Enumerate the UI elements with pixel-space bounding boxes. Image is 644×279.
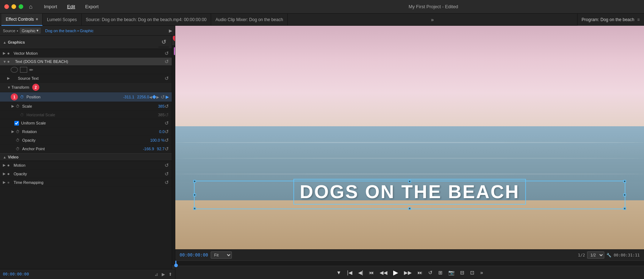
- prog-timecode-left[interactable]: 00:00:00:00: [180, 253, 208, 258]
- motion-arrow[interactable]: ▶: [3, 163, 7, 167]
- scale-reset[interactable]: ↺: [165, 103, 169, 109]
- maximize-button[interactable]: [19, 4, 23, 9]
- multi-cam-btn[interactable]: ⊟: [458, 268, 467, 277]
- text-eye[interactable]: ●: [7, 59, 13, 64]
- tr-arrow[interactable]: ▶: [3, 180, 7, 184]
- tab-source[interactable]: Source: Dog on the beach: Dog on the bea…: [82, 14, 211, 26]
- position-row[interactable]: 1 ⏱ Position -311.1 2256.0 ◀ ▶ ↺ ▶: [0, 92, 172, 102]
- vector-motion-arrow[interactable]: ▶: [3, 51, 7, 55]
- source-text-reset[interactable]: ↺: [165, 75, 169, 81]
- prog-timecode-right: 1/2 1/2 Full 🔧 00:00:31:11: [578, 251, 640, 259]
- filter-icon[interactable]: ⊿: [155, 272, 158, 277]
- rotation-stopwatch[interactable]: ⏱: [16, 129, 21, 134]
- go-to-in-btn[interactable]: |◀: [345, 268, 355, 277]
- horizontal-scale-value[interactable]: 385: [158, 113, 165, 117]
- step-fwd-btn[interactable]: ⏭: [415, 268, 425, 277]
- go-to-out-btn[interactable]: ◀|: [356, 268, 366, 277]
- prog-playhead-knob[interactable]: [174, 264, 178, 267]
- scale-label: Scale: [22, 104, 157, 108]
- v-opacity-arrow[interactable]: ▶: [3, 172, 7, 176]
- minimize-button[interactable]: [11, 4, 16, 9]
- kf-current[interactable]: [152, 95, 156, 99]
- text-item-label: Text (DOGS ON THE BEACH): [15, 59, 68, 64]
- uniform-scale-reset[interactable]: ↺: [165, 120, 169, 126]
- graphics-collapse-arrow[interactable]: ▲: [3, 40, 6, 44]
- pen-tool[interactable]: ✏: [29, 67, 33, 73]
- source-graphic-button[interactable]: Graphic ▾: [20, 28, 41, 34]
- position-expand[interactable]: ▶: [166, 94, 169, 99]
- step-back-btn[interactable]: ⏮: [367, 268, 376, 277]
- rotation-arrow[interactable]: ▶: [11, 129, 16, 133]
- prog-scrubber[interactable]: [175, 260, 644, 266]
- transform-arrow[interactable]: ▼: [7, 85, 11, 89]
- graphic-clip[interactable]: Graphic: [174, 47, 175, 55]
- opacity-reset[interactable]: ↺: [165, 137, 169, 143]
- kf-next[interactable]: ▶: [156, 95, 159, 99]
- tab-lumetri-scopes[interactable]: Lumetri Scopes: [43, 14, 81, 26]
- opacity-row: ⏱ Opacity 100.0 % ↺: [0, 136, 172, 145]
- panel-expand-arrow[interactable]: ▶: [169, 28, 172, 33]
- v-opacity-reset[interactable]: ↺: [165, 171, 169, 177]
- camera-btn[interactable]: 📷: [446, 268, 457, 277]
- tab-menu-icon[interactable]: ≡: [36, 17, 38, 21]
- quality-label[interactable]: 1/2: [578, 253, 585, 258]
- opacity-stopwatch[interactable]: ⏱: [16, 138, 21, 142]
- text-item-reset[interactable]: ↺: [165, 59, 169, 64]
- nav-export[interactable]: Export: [84, 3, 100, 10]
- tab-expand-button[interactable]: »: [427, 17, 437, 23]
- fit-dropdown[interactable]: Fit 25% 50% 75% 100%: [211, 251, 232, 259]
- position-stopwatch[interactable]: ⏱: [20, 95, 25, 99]
- motion-reset[interactable]: ↺: [165, 162, 169, 168]
- scale-arrow[interactable]: ▶: [11, 104, 16, 108]
- program-menu-icon[interactable]: ≡: [637, 17, 640, 22]
- play-stop-btn[interactable]: ▶: [391, 267, 400, 278]
- transform-label: Transform: [11, 85, 29, 89]
- play-small-icon[interactable]: ▶: [162, 272, 165, 277]
- anchor-y-value[interactable]: 92.7: [157, 147, 165, 151]
- wrench-icon[interactable]: 🔧: [606, 253, 611, 258]
- rotation-value[interactable]: 0.0: [159, 129, 165, 134]
- position-x-value[interactable]: -311.1: [123, 95, 134, 99]
- home-button[interactable]: ⌂: [29, 4, 33, 10]
- step-frame-back-btn[interactable]: ◀◀: [377, 268, 390, 277]
- kf-prev[interactable]: ◀: [149, 95, 152, 99]
- safe-margins-btn[interactable]: ⊞: [436, 268, 445, 277]
- scale-stopwatch[interactable]: ⏱: [16, 104, 21, 108]
- h-scale-reset[interactable]: ↺: [165, 112, 169, 118]
- tab-audio-clip-mixer[interactable]: Audio Clip Mixer: Dog on the beach: [211, 14, 288, 26]
- marker-btn[interactable]: ▼: [334, 268, 343, 277]
- graphics-reset-btn[interactable]: ↺: [158, 37, 169, 47]
- source-text-arrow[interactable]: ▶: [7, 76, 11, 80]
- tr-reset[interactable]: ↺: [165, 180, 169, 185]
- vector-motion-eye[interactable]: ●: [7, 51, 13, 56]
- v-opacity-eye[interactable]: ●: [7, 171, 13, 176]
- position-y-value[interactable]: 2256.0: [137, 95, 149, 99]
- anchor-x-value[interactable]: -166.9: [143, 147, 154, 151]
- source-path[interactable]: Dog on the beach • Graphic: [45, 29, 93, 33]
- motion-eye[interactable]: ●: [7, 163, 13, 168]
- uniform-scale-checkbox[interactable]: [14, 121, 19, 126]
- prog-playhead[interactable]: [175, 261, 176, 266]
- tab-effect-controls[interactable]: Effect Controls ≡: [1, 14, 43, 26]
- full-screen-btn[interactable]: ⊡: [468, 268, 477, 277]
- opacity-value[interactable]: 100.0 %: [150, 138, 165, 142]
- circle-tool[interactable]: [11, 67, 18, 73]
- anchor-reset[interactable]: ↺: [165, 146, 169, 152]
- more-btn[interactable]: »: [478, 268, 485, 277]
- position-reset[interactable]: ↺: [161, 94, 165, 100]
- vector-motion-reset[interactable]: ↺: [165, 50, 169, 56]
- text-expand-arrow[interactable]: ▼: [3, 60, 7, 64]
- export-small-icon[interactable]: ⬆: [169, 272, 172, 277]
- loop-btn[interactable]: ↺: [426, 268, 435, 277]
- scale-value[interactable]: 385: [158, 104, 165, 108]
- rotation-reset[interactable]: ↺: [165, 129, 169, 134]
- video-collapse-arrow[interactable]: ▲: [3, 155, 6, 159]
- rectangle-tool[interactable]: [20, 67, 27, 73]
- step-frame-fwd-btn[interactable]: ▶▶: [402, 268, 414, 277]
- anchor-stopwatch[interactable]: ⏱: [16, 147, 21, 151]
- nav-import[interactable]: Import: [43, 3, 59, 10]
- text-item-header[interactable]: ▼ ● Text (DOGS ON THE BEACH) ↺: [0, 58, 172, 66]
- close-button[interactable]: [4, 4, 9, 9]
- quality-dropdown[interactable]: 1/2 Full: [587, 251, 604, 259]
- nav-edit[interactable]: Edit: [66, 3, 77, 10]
